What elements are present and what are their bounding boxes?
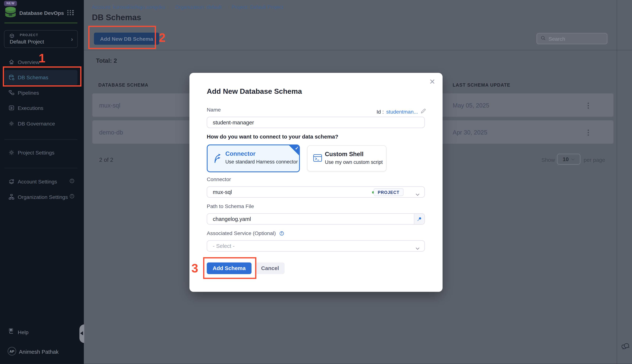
option-card-connector[interactable]: Connector Use standard Harness connector… xyxy=(207,144,300,172)
info-icon[interactable] xyxy=(69,193,75,200)
schema-name-cell: mux-sql xyxy=(99,102,120,108)
terminal-icon xyxy=(313,154,322,164)
last-update-cell: May 05, 2025 xyxy=(453,102,489,108)
modal-title: Add New Database Schema xyxy=(207,87,302,96)
support-chat-icon[interactable] xyxy=(621,342,630,352)
avatar: AP xyxy=(8,347,16,356)
associated-service-select[interactable]: - Select - xyxy=(207,240,425,252)
brand-divider xyxy=(5,22,77,23)
connector-value: mux-sql xyxy=(213,189,232,195)
search-input[interactable] xyxy=(549,36,601,42)
chevron-down-icon xyxy=(415,190,419,198)
info-icon[interactable] xyxy=(69,178,75,185)
identifier-group: Id : studentman... xyxy=(376,108,426,115)
path-to-schema-file-input[interactable] xyxy=(207,214,413,224)
sidebar: NEW ∞ Database DevOps PROJECT Default Pr… xyxy=(0,0,84,364)
breadcrumb-organization[interactable]: Organization: default xyxy=(175,4,222,10)
sidebar-item-label: Executions xyxy=(18,105,44,111)
sidebar-item-project-settings[interactable]: Project Settings xyxy=(0,146,84,160)
connector-label: Connector xyxy=(207,176,231,182)
pipelines-icon xyxy=(9,90,15,96)
project-name: Default Project xyxy=(10,39,44,45)
sidebar-item-label: DB Schemas xyxy=(18,74,48,80)
layers-icon xyxy=(9,178,15,184)
associated-service-label-text: Associated Service (Optional) xyxy=(207,230,276,236)
breadcrumb-account[interactable]: Account: kurosakiichigo.songoku xyxy=(92,4,165,10)
breadcrumb: Account: kurosakiichigo.songoku › Organi… xyxy=(92,4,283,10)
option-title: Custom Shell xyxy=(325,151,363,158)
sidebar-collapse-handle[interactable] xyxy=(79,324,84,343)
database-devops-logo-icon: ∞ xyxy=(5,6,17,20)
row-menu-kebab-icon[interactable] xyxy=(586,102,590,110)
add-new-db-schema-button[interactable]: Add New DB Schema xyxy=(94,33,159,45)
gear-icon xyxy=(9,150,15,156)
sidebar-item-pipelines[interactable]: Pipelines xyxy=(0,86,84,100)
sidebar-item-label: Overview xyxy=(18,59,40,65)
scope-badge: PROJECT xyxy=(374,188,403,196)
sidebar-item-label: Project Settings xyxy=(18,150,55,156)
page-size-select[interactable]: 10 xyxy=(557,154,580,164)
content-edge-divider xyxy=(617,0,617,364)
governance-gear-icon xyxy=(9,120,15,126)
associated-service-label: Associated Service (Optional) xyxy=(207,230,284,237)
connector-select[interactable]: mux-sql PROJECT xyxy=(207,186,425,198)
info-icon[interactable] xyxy=(279,231,284,237)
selected-check-icon: ✓ xyxy=(289,145,299,156)
project-scope-label: PROJECT xyxy=(20,34,38,37)
sidebar-divider xyxy=(5,168,77,168)
sidebar-item-label: Organization Settings xyxy=(18,194,68,200)
sidebar-item-label: Account Settings xyxy=(18,178,57,184)
screen: NEW ∞ Database DevOps PROJECT Default Pr… xyxy=(0,0,632,364)
sidebar-item-executions[interactable]: Executions xyxy=(0,101,84,115)
sidebar-item-account-settings[interactable]: Account Settings xyxy=(0,175,84,188)
chevron-right-icon: › xyxy=(169,5,171,10)
row-menu-kebab-icon[interactable] xyxy=(586,128,590,137)
executions-icon xyxy=(9,105,15,111)
add-database-schema-modal: ✕ Add New Database Schema Name Id : stud… xyxy=(189,73,443,292)
breadcrumb-project[interactable]: Project: Default Project xyxy=(232,4,283,10)
chevron-down-icon xyxy=(415,244,419,252)
add-schema-button[interactable]: Add Schema xyxy=(207,262,252,274)
search-icon xyxy=(540,35,546,42)
total-count: Total: 2 xyxy=(96,57,117,64)
option-description: Use standard Harness connector xyxy=(225,159,298,165)
help-chat-icon: ? xyxy=(8,328,15,336)
app-title: Database DevOps xyxy=(19,10,64,16)
chevron-right-icon: › xyxy=(226,5,228,10)
option-description: Use my own custom script xyxy=(325,160,383,165)
id-label: Id : xyxy=(376,108,384,115)
connector-arrows-icon xyxy=(213,152,223,166)
search-box xyxy=(536,33,607,44)
sidebar-item-overview[interactable]: Overview xyxy=(0,55,84,69)
sidebar-item-db-governance[interactable]: DB Governance xyxy=(0,117,84,130)
help-button[interactable]: ? Help xyxy=(0,327,84,338)
edit-pencil-icon[interactable] xyxy=(420,108,426,115)
module-grid-icon[interactable] xyxy=(67,10,74,15)
path-input-wrap xyxy=(207,213,425,224)
chevron-right-icon: › xyxy=(71,36,73,42)
sidebar-divider xyxy=(5,139,77,140)
home-icon xyxy=(9,59,15,65)
help-label: Help xyxy=(18,329,29,336)
id-value-link[interactable]: studentman... xyxy=(386,108,418,115)
svg-text:∞: ∞ xyxy=(9,12,12,18)
org-hierarchy-icon xyxy=(9,194,15,200)
name-label: Name xyxy=(207,106,221,113)
pagination-range: 2 of 2 xyxy=(99,156,113,163)
path-label: Path to Schema File xyxy=(207,203,254,209)
sidebar-item-db-schemas[interactable]: DB Schemas xyxy=(5,70,77,85)
db-schema-icon xyxy=(9,74,15,81)
project-selector[interactable]: PROJECT Default Project › xyxy=(4,30,78,48)
sidebar-item-organization-settings[interactable]: Organization Settings xyxy=(0,190,84,204)
schema-name-cell: demo-db xyxy=(99,129,123,136)
page-size-value: 10 xyxy=(563,156,569,162)
pin-runtime-icon[interactable] xyxy=(414,214,425,224)
user-name: Animesh Pathak xyxy=(19,349,59,355)
column-header-last-schema-update: LAST SCHEMA UPDATE xyxy=(453,82,510,87)
close-icon[interactable]: ✕ xyxy=(429,78,435,85)
option-card-custom-shell[interactable]: Custom Shell Use my own custom script xyxy=(307,145,386,172)
cancel-button[interactable]: Cancel xyxy=(256,262,285,274)
sidebar-item-label: DB Governance xyxy=(18,120,55,126)
schema-name-input[interactable] xyxy=(207,117,425,128)
user-menu[interactable]: AP Animesh Pathak xyxy=(0,346,84,358)
